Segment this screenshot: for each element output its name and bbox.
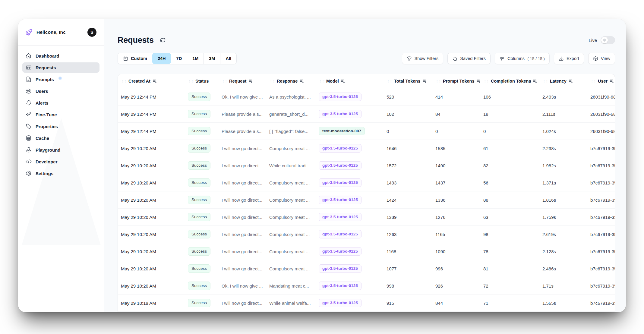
column-header-completion-tokens[interactable]: ⋮⋮Completion Tokens: [483, 79, 542, 84]
table-row[interactable]: May 29 12:44 PMSuccessOk, I will now giv…: [118, 88, 615, 106]
column-header-user[interactable]: ⋮⋮User: [590, 79, 615, 84]
home-icon: [26, 53, 32, 59]
export-button[interactable]: Export: [554, 53, 584, 64]
live-label: Live: [589, 38, 597, 43]
user-cell: b7c67919-35: [590, 283, 615, 288]
column-header-total-tokens[interactable]: ⋮⋮Total Tokens: [387, 79, 435, 84]
prompt-tokens-cell: 1336: [435, 197, 483, 203]
table-row[interactable]: May 29 12:44 PMSuccessPlease provide a s…: [118, 106, 615, 123]
model-badge: gpt-3.5-turbo-0125: [319, 230, 361, 238]
column-header-created-at[interactable]: ⋮⋮Created At: [121, 79, 188, 84]
latency-cell: 1.71s: [542, 283, 590, 288]
drag-handle-icon[interactable]: ⋮⋮: [590, 80, 596, 83]
sidebar-item-settings[interactable]: Settings: [22, 168, 99, 178]
total-tokens-cell: 1339: [387, 215, 435, 220]
prompt-tokens-cell: 1276: [435, 215, 483, 220]
table-row[interactable]: May 29 10:20 AMSuccessI will now go dire…: [118, 226, 615, 243]
avatar[interactable]: S: [87, 28, 96, 37]
app-window: Helicone, Inc S DashboardRequestsPrompts…: [18, 19, 626, 312]
drag-handle-icon[interactable]: ⋮⋮: [188, 80, 193, 83]
sidebar-item-dashboard[interactable]: Dashboard: [22, 51, 99, 61]
table-row[interactable]: May 29 10:20 AMSuccessI will now go dire…: [118, 174, 615, 191]
model-badge: gpt-3.5-turbo-0125: [319, 264, 361, 273]
total-tokens-cell: 520: [387, 94, 435, 99]
sliders-icon: [500, 56, 505, 61]
sidebar-item-prompts[interactable]: Prompts: [22, 74, 99, 84]
time-range-7d[interactable]: 7D: [171, 53, 187, 64]
sidebar-item-label: Playground: [36, 147, 61, 153]
time-range-24h[interactable]: 24H: [152, 53, 171, 64]
latency-cell: 2.238s: [542, 146, 590, 151]
model-cell: gpt-3.5-turbo-0125: [319, 144, 387, 153]
time-range-custom[interactable]: Custom: [118, 53, 152, 64]
drag-handle-icon[interactable]: ⋮⋮: [387, 80, 392, 83]
drag-handle-icon[interactable]: ⋮⋮: [319, 80, 324, 83]
drag-handle-icon[interactable]: ⋮⋮: [222, 80, 227, 83]
completion-tokens-cell: 106: [483, 94, 542, 99]
table-row[interactable]: May 29 10:20 AMSuccessI will now go dire…: [118, 260, 615, 277]
status-badge: Success: [188, 213, 210, 221]
column-header-request[interactable]: ⋮⋮Request: [222, 79, 269, 84]
column-header-response[interactable]: ⋮⋮Response: [269, 79, 319, 84]
column-header-model[interactable]: ⋮⋮Model: [319, 79, 387, 84]
drag-handle-icon[interactable]: ⋮⋮: [542, 80, 548, 83]
latency-cell: 1.816s: [542, 197, 590, 203]
sort-icon: [300, 79, 304, 84]
status-badge: Success: [188, 93, 210, 101]
user-cell: b7c67919-35: [590, 215, 615, 220]
refresh-button[interactable]: [159, 36, 166, 44]
drag-handle-icon[interactable]: ⋮⋮: [269, 80, 275, 83]
table-row[interactable]: May 29 10:20 AMSuccessI will now go dire…: [118, 209, 615, 226]
sidebar-item-playground[interactable]: Playground: [22, 145, 99, 155]
completion-tokens-cell: 71: [483, 301, 542, 306]
table-row[interactable]: May 29 10:20 AMSuccessI will now go dire…: [118, 157, 615, 174]
sidebar-item-cache[interactable]: Cache: [22, 133, 99, 143]
response-cell: Compulsory meat ...: [269, 146, 319, 151]
prompt-tokens-cell: 0: [435, 129, 483, 134]
live-toggle[interactable]: [601, 36, 615, 44]
show-filters-button[interactable]: Show Filters: [402, 53, 444, 64]
request-cell: I will now go direct...: [222, 232, 269, 237]
org-switcher[interactable]: Helicone, Inc S: [18, 19, 104, 46]
column-header-prompt-tokens[interactable]: ⋮⋮Prompt Tokens: [435, 79, 483, 84]
view-button[interactable]: View: [588, 53, 615, 64]
copy-icon: [452, 56, 457, 61]
table-row[interactable]: May 29 10:20 AMSuccessI will now go dire…: [118, 243, 615, 260]
sidebar-item-users[interactable]: Users: [22, 86, 99, 96]
sidebar-item-developer[interactable]: Developer: [22, 156, 99, 167]
columns-button[interactable]: Columns ( 15 / 15 ): [495, 53, 550, 64]
table-actions: Show Filters Saved Filters Columns ( 15 …: [402, 53, 615, 64]
column-header-latency[interactable]: ⋮⋮Latency: [542, 79, 590, 84]
sidebar-item-fine-tune[interactable]: Fine-Tune: [22, 109, 99, 120]
time-range-1m[interactable]: 1M: [187, 53, 204, 64]
drag-handle-icon[interactable]: ⋮⋮: [435, 80, 441, 83]
saved-filters-button[interactable]: Saved Filters: [447, 53, 491, 64]
table-row[interactable]: May 29 10:20 AMSuccessI will now go dire…: [118, 140, 615, 157]
table-row[interactable]: May 29 12:44 PMSuccessPlease provide a s…: [118, 123, 615, 140]
request-cell: Ok, I will now give ...: [222, 94, 269, 99]
drag-handle-icon[interactable]: ⋮⋮: [121, 80, 126, 83]
time-range-all[interactable]: All: [220, 53, 236, 64]
page-title: Requests: [118, 36, 154, 45]
total-tokens-cell: 998: [387, 283, 435, 288]
sidebar-item-requests[interactable]: Requests: [22, 62, 99, 73]
column-header-label: Latency: [550, 79, 567, 84]
model-cell: gpt-3.5-turbo-0125: [319, 230, 387, 238]
total-tokens-cell: 1077: [387, 266, 435, 271]
completion-tokens-cell: 88: [483, 197, 542, 203]
column-header-status[interactable]: ⋮⋮Status: [188, 79, 222, 84]
status-cell: Success: [188, 110, 222, 118]
drag-handle-icon[interactable]: ⋮⋮: [483, 80, 489, 83]
prompt-tokens-cell: 844: [435, 301, 483, 306]
request-cell: I will now go direct...: [222, 249, 269, 254]
table-row[interactable]: May 29 10:20 AMSuccessI will now go dire…: [118, 191, 615, 209]
total-tokens-cell: 1263: [387, 232, 435, 237]
table-row[interactable]: May 29 10:19 AMSuccessI will now go dire…: [118, 295, 615, 312]
sidebar-item-label: Users: [36, 89, 48, 94]
bell-icon: [26, 100, 32, 106]
sidebar-item-properties[interactable]: Properties: [22, 121, 99, 131]
table-row[interactable]: May 29 10:20 AMSuccessOk, I will now giv…: [118, 277, 615, 295]
sidebar-item-alerts[interactable]: Alerts: [22, 98, 99, 108]
time-range-3m[interactable]: 3M: [204, 53, 220, 64]
rocket-icon: [25, 29, 33, 36]
